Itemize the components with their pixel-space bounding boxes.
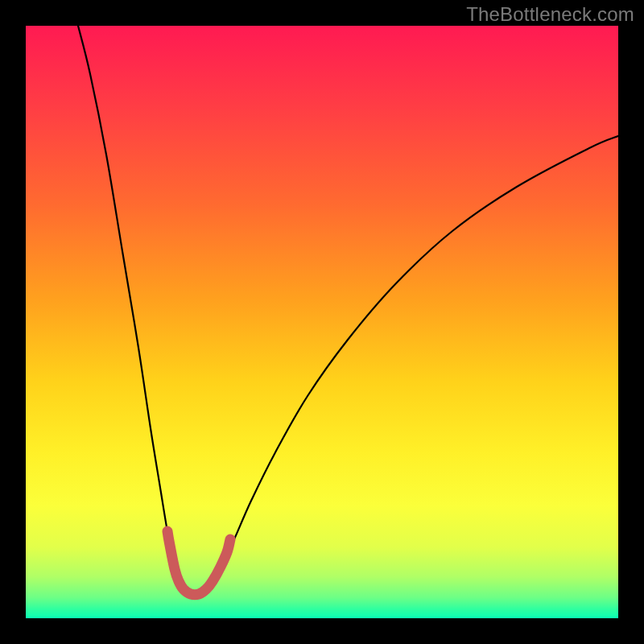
bottleneck-curve: [78, 26, 618, 595]
plot-area: [26, 26, 618, 618]
watermark-text: TheBottleneck.com: [466, 3, 634, 26]
highlight-segment: [167, 531, 230, 595]
outer-frame: TheBottleneck.com: [0, 0, 644, 644]
chart-curve-layer: [26, 26, 618, 618]
